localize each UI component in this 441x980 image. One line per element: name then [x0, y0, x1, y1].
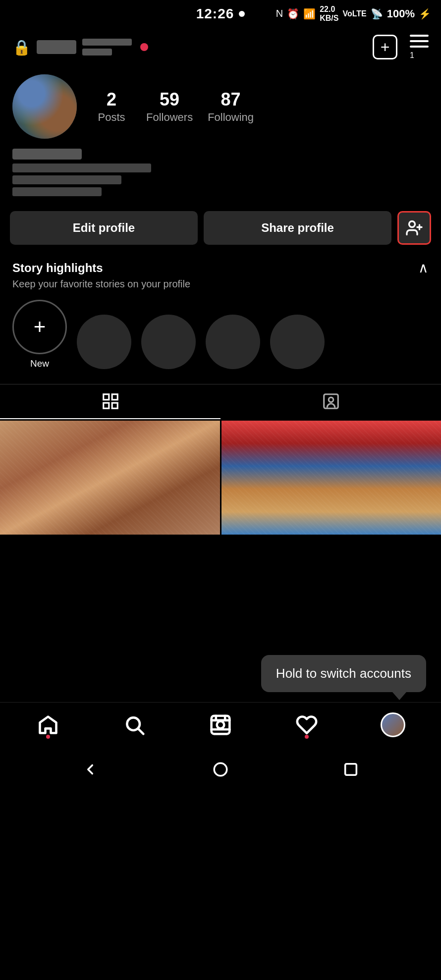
home-active-dot — [46, 735, 50, 739]
svg-line-10 — [138, 729, 143, 734]
heart-icon — [296, 714, 318, 736]
story-highlights: Story highlights ∧ Keep your favorite st… — [0, 252, 441, 379]
alarm-icon: ⏰ — [287, 8, 299, 20]
nav-reels[interactable] — [203, 710, 238, 740]
photo-grid — [0, 419, 441, 536]
tooltip-text: Hold to switch accounts — [276, 666, 411, 681]
highlight-circle-2[interactable] — [141, 315, 196, 369]
share-profile-button[interactable]: Share profile — [204, 211, 391, 245]
stat-followers[interactable]: 59 Followers — [146, 89, 193, 124]
nav-home[interactable] — [31, 710, 65, 740]
following-count: 87 — [221, 89, 241, 110]
username-bar — [37, 40, 76, 54]
chevron-up-icon[interactable]: ∧ — [418, 260, 429, 276]
add-post-button[interactable]: + — [373, 35, 397, 59]
activity-dot — [305, 735, 309, 739]
followers-label: Followers — [146, 111, 193, 124]
posts-label: Posts — [98, 111, 125, 124]
nav-avatar — [381, 712, 405, 737]
profile-name-bar — [12, 149, 82, 160]
svg-point-0 — [409, 221, 415, 227]
add-friend-button[interactable] — [397, 211, 431, 245]
svg-point-12 — [217, 721, 224, 729]
photo-image-1 — [0, 421, 220, 535]
photo-cell-2[interactable] — [221, 421, 441, 535]
svg-point-17 — [214, 763, 227, 776]
home-icon — [37, 714, 59, 736]
circle-icon — [212, 761, 229, 778]
nfc-icon: N — [276, 8, 283, 19]
avatar-inner — [12, 74, 77, 139]
edit-profile-button[interactable]: Edit profile — [10, 211, 198, 245]
photo-overlay-1 — [0, 421, 220, 535]
switch-accounts-tooltip: Hold to switch accounts — [261, 655, 426, 692]
lock-icon: 🔒 — [12, 39, 31, 56]
status-time: 12:26 — [196, 6, 234, 22]
notification-dot — [140, 43, 148, 51]
story-highlights-subtitle: Keep your favorite stories on your profi… — [12, 278, 429, 290]
content-spacer — [0, 536, 441, 635]
nav-profile[interactable] — [376, 710, 410, 740]
system-nav — [0, 747, 441, 792]
back-icon — [82, 761, 99, 778]
svg-point-8 — [329, 397, 333, 402]
photo-image-2 — [221, 421, 441, 535]
new-highlight-circle[interactable]: + — [12, 300, 67, 354]
photo-overlay-2 — [221, 421, 441, 535]
highlight-1[interactable] — [77, 315, 131, 369]
svg-rect-6 — [112, 403, 117, 408]
action-buttons: Edit profile Share profile — [0, 204, 441, 252]
tooltip-container: Hold to switch accounts — [0, 635, 441, 702]
highlight-circle-4[interactable] — [270, 315, 325, 369]
new-highlight-label: New — [30, 358, 49, 369]
battery-icon: ⚡ — [419, 8, 431, 20]
tab-tagged[interactable] — [220, 384, 441, 419]
bio-line-2 — [12, 175, 121, 184]
followers-count: 59 — [160, 89, 179, 110]
highlight-circle-3[interactable] — [206, 315, 260, 369]
photo-cell-1[interactable] — [0, 421, 220, 535]
bottom-nav — [0, 702, 441, 747]
status-bar: 12:26 N ⏰ 📶 22.0KB/S VoLTE 📡 100% ⚡ — [0, 0, 441, 27]
nav-left: 🔒 — [12, 39, 148, 56]
plus-icon: + — [34, 315, 46, 339]
menu-badge: 1 — [410, 51, 429, 60]
highlight-circle-1[interactable] — [77, 315, 131, 369]
home-nav-button[interactable] — [210, 759, 231, 780]
back-button[interactable] — [79, 759, 101, 780]
highlight-3[interactable] — [206, 315, 260, 369]
stat-following[interactable]: 87 Following — [208, 89, 254, 124]
lte-icon: 22.0KB/S — [320, 5, 338, 23]
square-icon — [342, 761, 359, 778]
highlight-4[interactable] — [270, 315, 325, 369]
tag-person-icon — [322, 392, 340, 411]
signal-icon: 📶 — [303, 8, 316, 20]
profile-name-block — [12, 149, 429, 196]
nav-activity[interactable] — [289, 710, 324, 740]
username-lines — [82, 39, 132, 55]
stat-posts[interactable]: 2 Posts — [92, 89, 131, 124]
volte-icon: VoLTE — [342, 9, 366, 18]
nav-search[interactable] — [117, 710, 152, 740]
username-line-2 — [82, 49, 112, 55]
content-tabs — [0, 384, 441, 419]
svg-rect-18 — [345, 764, 357, 775]
highlight-new[interactable]: + New — [12, 300, 67, 369]
bio-line-3 — [12, 187, 102, 196]
story-highlights-header: Story highlights ∧ — [12, 260, 429, 276]
profile-stats-row: 2 Posts 59 Followers 87 Following — [12, 74, 429, 139]
plus-icon: + — [381, 38, 390, 56]
menu-button[interactable]: 1 — [410, 35, 429, 60]
story-highlights-title: Story highlights — [12, 261, 103, 275]
battery-level: 100% — [387, 7, 415, 20]
highlight-2[interactable] — [141, 315, 196, 369]
search-icon — [123, 714, 145, 736]
reels-icon — [210, 714, 231, 736]
tab-grid[interactable] — [0, 384, 220, 419]
hamburger-line-1 — [410, 35, 429, 37]
status-icons: N ⏰ 📶 22.0KB/S VoLTE 📡 100% ⚡ — [276, 5, 431, 23]
svg-rect-4 — [112, 394, 117, 400]
posts-count: 2 — [107, 89, 116, 110]
add-person-icon — [405, 219, 423, 237]
recents-button[interactable] — [340, 759, 362, 780]
